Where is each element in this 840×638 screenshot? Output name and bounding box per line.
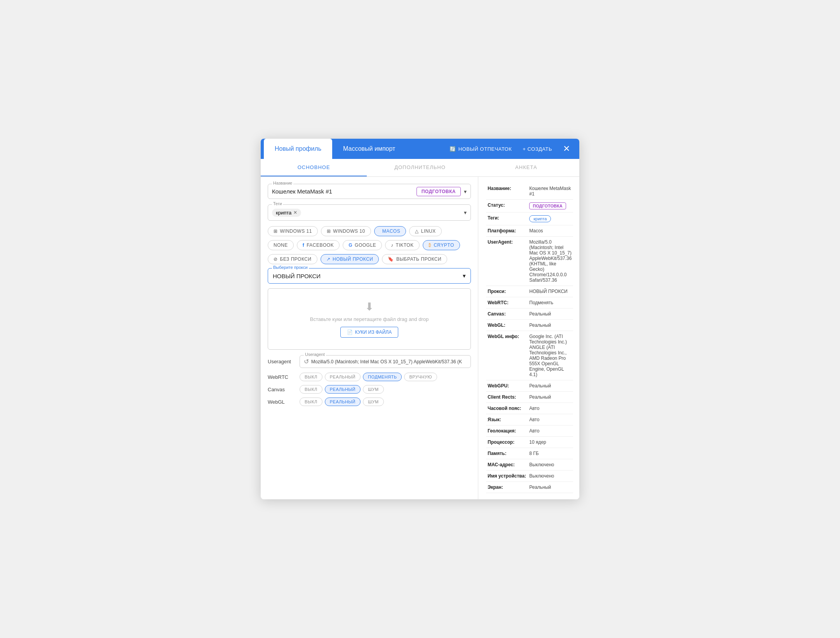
info-row-ua: UserAgent: Mozilla/5.0 (Macintosh; Intel… [486,237,573,286]
no-proxy-button[interactable]: ⊘ БЕЗ ПРОКСИ [268,254,317,264]
proxy-select-value[interactable]: НОВЫЙ ПРОКСИ ▾ [273,272,466,279]
webgl-noise-button[interactable]: ШУМ [363,397,384,406]
modal-header: Новый профиль Массовый импорт 🔄 НОВЫЙ ОТ… [261,139,579,159]
info-row-memory: Память: 8 ГБ [486,448,573,459]
browser-none-button[interactable]: NONE [268,240,294,250]
webgl-row-label: WebGL [268,399,295,405]
subtab-questionnaire[interactable]: АНКЕТА [473,159,579,176]
info-screen-label: Экран: [486,482,528,493]
useragent-label: Useragent [268,359,295,364]
info-cpu-label: Процессор: [486,437,528,448]
os-macos-button[interactable]: MACOS [374,226,406,236]
info-tags-label: Теги: [486,213,528,225]
new-proxy-icon: ↗ [326,256,331,262]
browser-google-button[interactable]: G GOOGLE [343,240,382,250]
info-row-device-name: Имя устройства: Выключено [486,471,573,482]
tags-label: Теги [272,201,283,206]
browser-tiktok-button[interactable]: ♪ TIKTOK [385,240,420,250]
select-proxy-button[interactable]: 🔖 ВЫБРАТЬ ПРОКСИ [382,254,447,264]
webgl-real-button[interactable]: РЕАЛЬНЫЙ [325,397,361,406]
webrtc-real-button[interactable]: РЕАЛЬНЫЙ [325,373,361,381]
create-button[interactable]: + СОЗДАТЬ [518,144,557,154]
info-device-name-label: Имя устройства: [486,471,528,482]
status-button[interactable]: ПОДГОТОВКА [417,187,461,196]
header-actions: 🔄 НОВЫЙ ОТПЕЧАТОК + СОЗДАТЬ ✕ [445,141,579,156]
subtab-advanced[interactable]: ДОПОЛНИТЕЛЬНО [367,159,473,176]
webrtc-off-button[interactable]: ВЫКЛ [300,373,322,381]
info-webgl-info-label: WebGL инфо: [486,331,528,380]
useragent-refresh-icon[interactable]: ↺ [304,358,309,365]
info-proxy-label: Прокси: [486,286,528,297]
select-proxy-icon: 🔖 [388,256,394,262]
info-proxy-value: НОВЫЙ ПРОКСИ [528,286,573,297]
proxy-dropdown-arrow[interactable]: ▾ [463,272,466,279]
browser-crypto-button[interactable]: ₿ CRYPTO [423,240,460,250]
info-language-value: Авто [528,414,573,425]
tiktok-icon: ♪ [391,242,394,248]
subtab-basic[interactable]: ОСНОВНОЕ [261,159,367,176]
info-geo-label: Геолокация: [486,425,528,437]
info-client-rects-label: Client Rects: [486,392,528,403]
canvas-row: Canvas ВЫКЛ РЕАЛЬНЫЙ ШУМ [261,385,478,394]
cookie-drop-zone[interactable]: ⬇ Вставьте куки или перетащите файл drag… [268,288,471,350]
name-input[interactable] [272,187,413,196]
cookie-file-button[interactable]: 📄 КУКИ ИЗ ФАЙЛА [340,327,398,338]
webgl-row: WebGL ВЫКЛ РЕАЛЬНЫЙ ШУМ [261,397,478,406]
new-proxy-button[interactable]: ↗ НОВЫЙ ПРОКСИ [321,254,379,264]
info-row-webgpu: WebGPU: Реальный [486,380,573,392]
tags-area: крипта ✕ [272,207,301,218]
status-dropdown-arrow[interactable]: ▾ [464,188,467,195]
bitcoin-icon: ₿ [429,242,432,248]
tags-dropdown-arrow[interactable]: ▾ [464,209,467,216]
tab-mass-import[interactable]: Массовый импорт [332,139,406,159]
canvas-real-button[interactable]: РЕАЛЬНЫЙ [325,385,361,394]
webgl-off-button[interactable]: ВЫКЛ [300,397,322,406]
right-panel: Название: Кошелек MetaMask #1 Статус: ПО… [478,177,579,499]
useragent-input-group: Useragent ↺ [300,355,471,368]
file-icon: 📄 [347,329,353,335]
info-row-timezone: Часовой пояс: Авто [486,403,573,414]
info-row-mac: МАС-адрес: Выключено [486,459,573,471]
webrtc-row: WebRTC ВЫКЛ РЕАЛЬНЫЙ ПОДМЕНЯТЬ ВРУЧНУЮ [261,373,478,381]
info-row-cpu: Процессор: 10 ядер [486,437,573,448]
os-windows11-button[interactable]: ⊞ WINDOWS 11 [268,226,318,236]
browser-buttons: NONE f FACEBOOK G GOOGLE ♪ TIKTOK [268,240,471,250]
webrtc-manual-button[interactable]: ВРУЧНУЮ [404,373,437,381]
useragent-input[interactable] [311,359,467,364]
useragent-row: Useragent Useragent ↺ [261,355,478,368]
info-timezone-value: Авто [528,403,573,414]
canvas-noise-button[interactable]: ШУМ [363,385,384,394]
cookie-download-icon: ⬇ [275,300,464,313]
info-row-client-rects: Client Rects: Реальный [486,392,573,403]
close-button[interactable]: ✕ [558,141,575,156]
os-linux-button[interactable]: △ LINUX [409,226,441,236]
proxy-buttons: ⊘ БЕЗ ПРОКСИ ↗ НОВЫЙ ПРОКСИ 🔖 ВЫБРАТЬ ПР… [268,254,471,264]
canvas-toggle-group: ВЫКЛ РЕАЛЬНЫЙ ШУМ [300,385,384,394]
useragent-field-label: Useragent [304,352,326,357]
canvas-off-button[interactable]: ВЫКЛ [300,385,322,394]
left-panel: Название ПОДГОТОВКА ▾ Теги [261,177,478,499]
info-row-screen: Экран: Реальный [486,482,573,493]
tag-remove-button[interactable]: ✕ [293,210,297,215]
info-ua-value: Mozilla/5.0 (Macintosh; Intel Mac OS X 1… [528,237,573,286]
info-row-webgl: WebGL: Реальный [486,320,573,331]
info-webrtc-label: WebRTC: [486,297,528,309]
linux-icon: △ [415,228,419,234]
webrtc-spoof-button[interactable]: ПОДМЕНЯТЬ [363,373,402,381]
browser-facebook-button[interactable]: f FACEBOOK [297,240,340,250]
fingerprint-icon: 🔄 [450,146,456,152]
info-canvas-label: Canvas: [486,309,528,320]
info-geo-value: Авто [528,425,573,437]
info-webgl-info-value: Google Inc. (ATI Technologies Inc.) ANGL… [528,331,573,380]
name-row: ПОДГОТОВКА ▾ [272,187,467,196]
tab-new-profile[interactable]: Новый профиль [264,139,332,159]
info-row-webrtc: WebRTC: Подменять [486,297,573,309]
info-ua-label: UserAgent: [486,237,528,286]
no-proxy-icon: ⊘ [274,256,278,262]
new-fingerprint-button[interactable]: 🔄 НОВЫЙ ОТПЕЧАТОК [445,144,516,154]
google-icon: G [349,242,352,248]
tag-label: крипта [276,210,291,216]
info-language-label: Язык: [486,414,528,425]
os-windows10-button[interactable]: ⊞ WINDOWS 10 [321,226,371,236]
info-row-status: Статус: ПОДГОТОВКА [486,200,573,213]
